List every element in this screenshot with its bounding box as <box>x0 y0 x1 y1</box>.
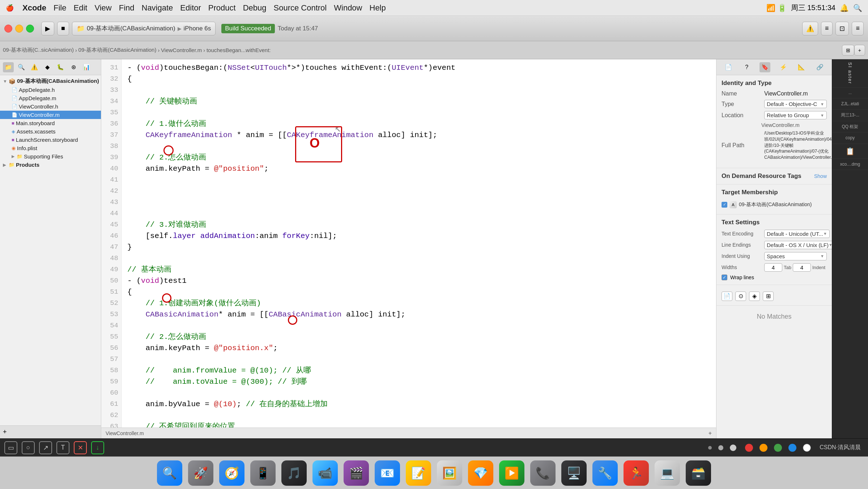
file-type-btn-1[interactable]: 📄 <box>722 292 732 301</box>
dock-sketch[interactable]: 💎 <box>468 460 493 486</box>
color-orange[interactable] <box>760 444 767 452</box>
indent-using-select[interactable]: Spaces ▼ <box>764 252 827 260</box>
inspector-quick-help-icon[interactable]: ? <box>741 62 752 72</box>
dock-archive[interactable]: 🗃️ <box>686 460 711 486</box>
sidebar-item-viewcontroller-h[interactable]: 📄 ViewController.h <box>0 102 101 111</box>
sidebar-item-viewcontroller-m[interactable]: 📄 ViewController.m <box>0 111 101 119</box>
navigator-toggle[interactable]: ≡ <box>821 22 833 35</box>
on-demand-show[interactable]: Show <box>814 173 827 179</box>
dock-facetime[interactable]: 📹 <box>312 460 338 486</box>
sidebar-item-main-storyboard[interactable]: ■ Main.storyboard <box>0 119 101 127</box>
text-tool[interactable]: T <box>56 441 69 454</box>
warning-button[interactable]: ⚠️ <box>802 22 818 35</box>
sidebar-item-products[interactable]: ▶ 📁 Products <box>0 161 101 169</box>
tm-checkbox-0[interactable]: ✓ <box>722 202 727 208</box>
nav-search-icon[interactable]: 🔍 <box>16 62 27 72</box>
nav-test-icon[interactable]: ◆ <box>42 62 53 72</box>
nav-issues-icon[interactable]: ⚠️ <box>29 62 40 72</box>
wrap-lines-checkbox[interactable]: ✓ <box>722 275 727 280</box>
dot-medium[interactable] <box>718 445 723 450</box>
sidebar-item-supporting-files[interactable]: ▶ 📁 Supporting Files <box>0 152 101 161</box>
inspector-toggle[interactable]: ≡ <box>852 22 864 35</box>
add-file-bottom[interactable]: + <box>709 430 712 437</box>
inspector-size-icon[interactable]: 📐 <box>796 62 807 72</box>
download-tool[interactable]: ↓ <box>91 441 104 454</box>
nav-breakpoint-icon[interactable]: ⊛ <box>68 62 79 72</box>
dock-play[interactable]: ▶️ <box>499 460 524 486</box>
far-right-item-2[interactable]: ... <box>832 88 868 98</box>
color-green[interactable] <box>774 444 782 452</box>
dock-xcode[interactable]: 🔧 <box>592 460 618 486</box>
nav-files-icon[interactable]: 📁 <box>3 62 14 72</box>
run-button[interactable]: ▶ <box>41 22 54 35</box>
dock-launchpad[interactable]: 🚀 <box>188 460 213 486</box>
menu-help[interactable]: Help <box>370 3 386 13</box>
menu-navigate[interactable]: Navigate <box>142 3 173 13</box>
dock-run[interactable]: 🏃 <box>624 460 649 486</box>
dock-photos[interactable]: 🖼️ <box>437 460 462 486</box>
line-endings-select[interactable]: Default - OS X / Unix (LF) ▼ <box>764 241 832 249</box>
arrow-tool[interactable]: ↗ <box>39 441 52 454</box>
dock-simulator[interactable]: 📱 <box>250 460 276 486</box>
tab-width-input[interactable]: 4 <box>764 263 782 272</box>
sidebar-item-info-plist[interactable]: ◉ Info.plist <box>0 144 101 152</box>
indent-width-input[interactable]: 4 <box>793 263 811 272</box>
menu-editor[interactable]: Editor <box>180 3 201 13</box>
dock-laptop[interactable]: 💻 <box>655 460 680 486</box>
rect-tool[interactable]: ▭ <box>4 441 17 454</box>
far-right-item-7[interactable]: 📋 <box>832 144 868 159</box>
dock-notes[interactable]: 📝 <box>406 460 431 486</box>
far-right-item-6[interactable]: copy <box>832 132 868 144</box>
minimize-button[interactable] <box>15 25 23 33</box>
dock-music[interactable]: 🎵 <box>281 460 307 486</box>
close-annotation-tool[interactable]: ✕ <box>74 441 87 454</box>
sidebar-item-appdelegate-m[interactable]: 📄 AppDelegate.m <box>0 94 101 102</box>
stop-button[interactable]: ■ <box>57 22 69 35</box>
sidebar-item-launch-storyboard[interactable]: ■ LaunchScreen.storyboard <box>0 136 101 144</box>
type-select[interactable]: Default - Objective-C ▼ <box>764 100 827 108</box>
debug-toggle[interactable]: ⊡ <box>835 22 849 35</box>
dock-safari[interactable]: 🧭 <box>219 460 244 486</box>
far-right-item-siaster[interactable]: SI aster <box>832 59 868 88</box>
sidebar-item-appdelegate-h[interactable]: 📄 AppDelegate.h <box>0 86 101 94</box>
inspector-conn-icon[interactable]: 🔗 <box>814 62 825 72</box>
inspector-file-icon[interactable]: 📄 <box>723 62 734 72</box>
apple-menu[interactable]: 🍎 <box>6 4 14 12</box>
circle-tool[interactable]: ○ <box>22 441 35 454</box>
menu-find[interactable]: Find <box>119 3 135 13</box>
file-type-btn-3[interactable]: ◈ <box>749 292 760 301</box>
menu-window[interactable]: Window <box>334 3 362 13</box>
menu-debug[interactable]: Debug <box>243 3 267 13</box>
nav-debug-icon[interactable]: 🐛 <box>55 62 66 72</box>
dock-finder[interactable]: 🔍 <box>157 460 182 486</box>
inspector-attr-icon[interactable]: ⚡ <box>778 62 789 72</box>
add-editor-btn[interactable]: + <box>854 45 865 56</box>
far-right-item-xco[interactable]: xco....dmg <box>832 159 868 170</box>
dock-mail[interactable]: 📧 <box>375 460 400 486</box>
menu-edit[interactable]: Edit <box>73 3 87 13</box>
sidebar-item-assets[interactable]: ◈ Assets.xcassets <box>0 127 101 136</box>
color-red[interactable] <box>745 444 753 452</box>
dock-phone[interactable]: 📞 <box>530 460 556 486</box>
nav-report-icon[interactable]: 📊 <box>81 62 92 72</box>
menu-xcode[interactable]: Xcode <box>22 3 46 13</box>
menu-source-control[interactable]: Source Control <box>274 3 327 13</box>
close-button[interactable] <box>4 25 12 33</box>
dock-terminal[interactable]: 🖥️ <box>561 460 587 486</box>
code-content[interactable]: - (void)touchesBegan:(NSSet<UITouch*>*)t… <box>122 59 716 428</box>
dot-small[interactable] <box>708 446 712 450</box>
add-file-button[interactable]: + <box>3 428 7 436</box>
code-scroll-area[interactable]: - (void)touchesBegan:(NSSet<UITouch*>*)t… <box>122 59 716 428</box>
far-right-item-qq[interactable]: QQ 框架 <box>832 121 868 132</box>
menubar-search[interactable]: 🔍 <box>853 4 862 12</box>
file-type-btn-4[interactable]: ⊞ <box>763 292 774 301</box>
color-blue[interactable] <box>788 444 796 452</box>
dock-video[interactable]: 🎬 <box>344 460 369 486</box>
menu-view[interactable]: View <box>94 3 111 13</box>
sidebar-item-project[interactable]: ▼ 📦 09-基本动画(CABasicAnimation) <box>0 77 101 86</box>
scheme-selector[interactable]: 📁 09-基本动画(CABasicAnimation) ▶ iPhone 6s <box>72 22 216 35</box>
tm-item-0[interactable]: ✓ A 09-基本动画(CABasicAnimation) <box>722 200 827 210</box>
menu-product[interactable]: Product <box>208 3 236 13</box>
location-select[interactable]: Relative to Group ▼ <box>764 111 827 119</box>
file-type-btn-2[interactable]: ⊙ <box>735 292 746 301</box>
